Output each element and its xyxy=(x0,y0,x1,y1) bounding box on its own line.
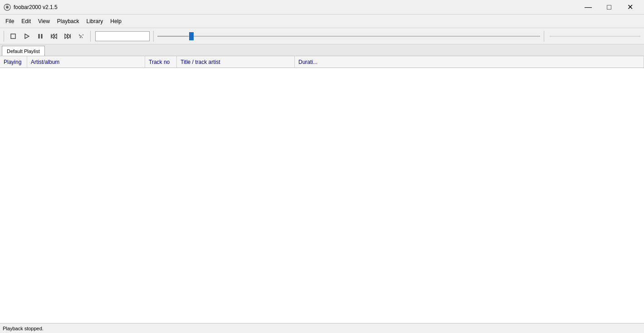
menu-bar: File Edit View Playback Library Help xyxy=(0,14,644,28)
menu-library[interactable]: Library xyxy=(83,16,107,26)
volume-track xyxy=(550,36,640,36)
col-header-trackno[interactable]: Track no xyxy=(145,56,177,68)
svg-point-18 xyxy=(82,37,83,38)
search-input[interactable] xyxy=(95,31,150,41)
toolbar-sep-3 xyxy=(153,31,154,42)
status-text: Playback stopped. xyxy=(3,326,44,331)
toolbar-sep-2 xyxy=(90,31,91,42)
col-header-duration[interactable]: Durati... xyxy=(295,56,644,68)
seek-container xyxy=(95,30,640,43)
toolbar: ? xyxy=(0,28,644,44)
svg-marker-12 xyxy=(65,34,68,39)
prev-button[interactable] xyxy=(48,30,60,43)
stop-button[interactable] xyxy=(7,30,20,43)
toolbar-sep-1 xyxy=(4,31,4,42)
svg-point-1 xyxy=(6,6,9,9)
playlist-content xyxy=(0,68,644,323)
app-icon xyxy=(4,4,11,11)
window-controls: — □ ✕ xyxy=(578,0,640,14)
close-button[interactable]: ✕ xyxy=(620,0,640,14)
play-button[interactable] xyxy=(20,30,33,43)
svg-rect-7 xyxy=(41,34,43,39)
menu-view[interactable]: View xyxy=(34,16,54,26)
toolbar-sep-4 xyxy=(544,31,544,42)
svg-text:?: ? xyxy=(79,34,81,39)
menu-playback[interactable]: Playback xyxy=(54,16,83,26)
status-bar: Playback stopped. xyxy=(0,323,644,333)
svg-marker-5 xyxy=(25,34,29,39)
seek-thumb[interactable] xyxy=(189,32,194,40)
menu-file[interactable]: File xyxy=(2,16,18,26)
svg-point-16 xyxy=(83,34,83,35)
menu-edit[interactable]: Edit xyxy=(18,16,34,26)
menu-help[interactable]: Help xyxy=(107,16,125,26)
col-header-artist[interactable]: Artist/album xyxy=(27,56,145,68)
next-button[interactable] xyxy=(61,30,74,43)
pause-button[interactable] xyxy=(34,30,47,43)
minimize-button[interactable]: — xyxy=(578,0,599,14)
svg-rect-6 xyxy=(39,34,40,39)
maximize-button[interactable]: □ xyxy=(599,0,620,14)
col-header-title[interactable]: Title / track artist xyxy=(177,56,295,68)
seek-indicator-line xyxy=(157,31,540,41)
window-title: foobar2000 v2.1.5 xyxy=(14,4,58,10)
random-button[interactable]: ? xyxy=(75,30,88,43)
svg-rect-4 xyxy=(11,34,15,39)
playlist-tab-default[interactable]: Default Playlist xyxy=(2,46,45,56)
svg-marker-9 xyxy=(54,34,57,39)
col-header-playing[interactable]: Playing xyxy=(0,56,27,68)
playlist-tabs: Default Playlist xyxy=(0,44,644,56)
title-bar: foobar2000 v2.1.5 — □ ✕ xyxy=(0,0,644,14)
playlist-header: Playing Artist/album Track no Title / tr… xyxy=(0,56,644,68)
title-bar-left: foobar2000 v2.1.5 xyxy=(4,4,58,11)
volume-bar[interactable] xyxy=(550,31,640,41)
seek-bar[interactable] xyxy=(157,31,540,41)
